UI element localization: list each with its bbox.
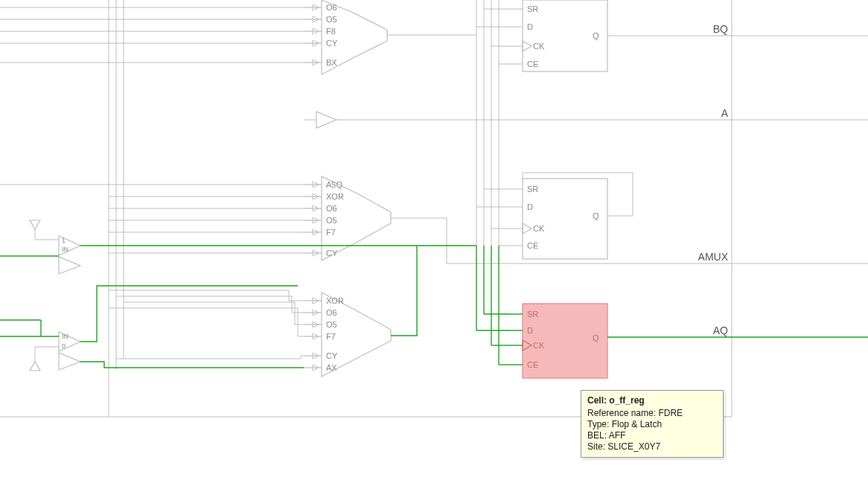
ff-bq[interactable]: SR D CK CE Q <box>509 0 607 71</box>
cell-tooltip: Cell: o_ff_reg Reference name: FDRE Type… <box>581 390 724 458</box>
mux-mid-pin-o6: O6 <box>326 204 337 213</box>
mux-mid-pin-cy: CY <box>326 249 338 258</box>
ff-amux-pin-ce: CE <box>527 241 538 250</box>
ff-aq-selected-cell[interactable]: SR D CK CE Q <box>509 304 607 378</box>
input-buf-top-b: IN <box>62 246 68 253</box>
ff-bq-pin-q: Q <box>593 31 599 40</box>
mux-top-pin-o5: O5 <box>326 15 337 24</box>
ff-bq-pin-ck: CK <box>533 42 545 51</box>
ff-bq-pin-d: D <box>527 22 533 31</box>
port-amux: AMUX <box>698 251 729 263</box>
mux-bot-pin-o6: O6 <box>326 308 337 317</box>
input-buf-bot-t: IN <box>62 333 68 340</box>
svg-marker-40 <box>523 41 532 51</box>
input-buf-top[interactable]: 1 IN <box>30 220 80 255</box>
highlighted-nets <box>0 246 868 368</box>
mux-bot-pin-ax: AX <box>326 363 337 372</box>
mux-bot-pin-cy: CY <box>326 351 338 360</box>
mux-mid-pin-xor: XOR <box>326 192 344 201</box>
ff-amux-pin-sr: SR <box>527 185 538 194</box>
mux-bot[interactable]: XOR O6 O5 F7 CY AX <box>304 292 391 377</box>
mux-mid-pin-a5q: A5Q <box>326 180 342 189</box>
ff-amux-pin-ck: CK <box>533 224 545 233</box>
mux-mid[interactable]: A5Q XOR O6 O5 F7 CY <box>304 176 391 260</box>
mux-bot-pin-o5: O5 <box>326 320 337 329</box>
tooltip-row-type: Type: Flop & Latch <box>587 419 717 429</box>
device-view-canvas[interactable]: O6 O5 F8 CY BX A5Q XOR O6 O5 F7 CY <box>0 0 868 486</box>
input-buf-top-follower[interactable] <box>59 257 80 274</box>
ff-aq-pin-ce: CE <box>527 360 538 369</box>
tooltip-title: Cell: o_ff_reg <box>587 395 717 406</box>
tooltip-row-refname: Reference name: FDRE <box>587 408 717 418</box>
ff-aq-pin-q: Q <box>593 333 599 342</box>
svg-marker-37 <box>316 112 336 128</box>
ff-amux-pin-d: D <box>527 202 533 211</box>
grey-nets <box>0 0 509 417</box>
ff-bq-pin-sr: SR <box>527 4 538 13</box>
svg-marker-46 <box>523 223 532 234</box>
mux-mid-pin-f7: F7 <box>326 228 336 237</box>
mux-top[interactable]: O6 O5 F8 CY BX <box>304 0 387 74</box>
port-bq: BQ <box>713 23 728 35</box>
svg-marker-66 <box>59 353 80 370</box>
svg-marker-63 <box>30 362 40 371</box>
ff-aq-pin-d: D <box>527 326 533 335</box>
ff-amux-pin-q: Q <box>593 211 599 220</box>
mux-bot-pin-f7: F7 <box>326 332 336 341</box>
ff-amux[interactable]: SR D CK CE Q <box>509 179 607 259</box>
tooltip-row-bel: BEL: AFF <box>587 430 717 441</box>
svg-marker-61 <box>59 257 80 274</box>
input-buf-bot-follower[interactable] <box>59 353 80 370</box>
mux-top-pin-cy: CY <box>326 39 338 48</box>
input-buf-bot-b: 0 <box>62 342 66 350</box>
svg-marker-58 <box>30 220 40 229</box>
port-a: A <box>721 107 729 119</box>
buffer-a[interactable] <box>304 112 336 128</box>
mux-mid-pin-o5: O5 <box>326 216 337 225</box>
ff-bq-pin-ce: CE <box>527 60 538 68</box>
input-buf-top-t: 1 <box>62 237 66 244</box>
ff-aq-pin-ck: CK <box>533 341 545 350</box>
mux-bot-pin-xor: XOR <box>326 296 344 305</box>
tooltip-row-site: Site: SLICE_X0Y7 <box>587 441 717 452</box>
ff-aq-pin-sr: SR <box>527 310 538 319</box>
mux-top-pin-o6: O6 <box>326 3 337 12</box>
mux-top-pin-f8: F8 <box>326 27 336 36</box>
port-aq: AQ <box>713 324 728 336</box>
mux-top-pin-bx: BX <box>326 58 337 67</box>
